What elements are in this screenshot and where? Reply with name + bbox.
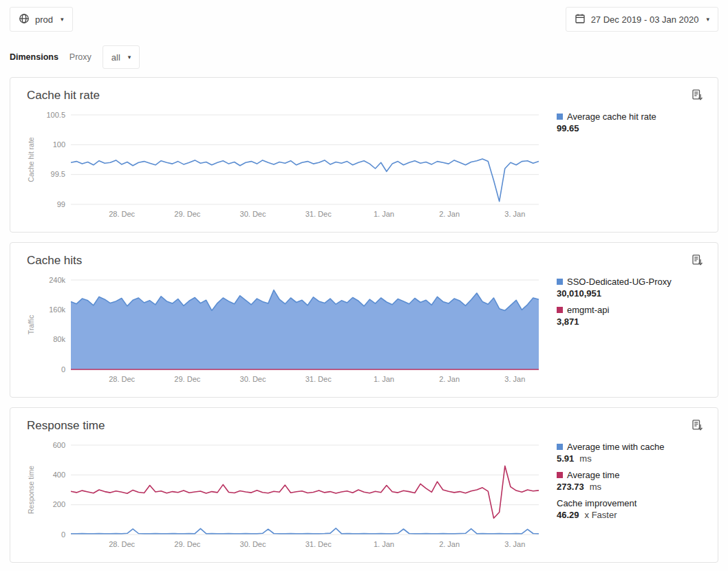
response-time-card: Response time 0200400600Response time28.…	[10, 407, 718, 563]
legend-swatch	[557, 444, 563, 450]
y-axis-title: Traffic	[27, 315, 35, 335]
line-series-Average cache hit rate	[71, 159, 539, 202]
x-tick-label: 1. Jan	[374, 210, 394, 218]
chart-title: Response time	[27, 419, 704, 433]
y-tick-label: 400	[53, 471, 65, 479]
legend-value: 30,010,951	[557, 288, 601, 299]
cache-hits-card: Cache hits 080k160k240kTraffic28. Dec29.…	[10, 242, 718, 398]
x-tick-label: 31. Dec	[306, 540, 332, 548]
x-tick-label: 2. Jan	[439, 540, 460, 548]
legend-label: Cache improvement	[557, 498, 636, 508]
legend-label: emgmt-api	[567, 305, 609, 315]
legend-label: SSO-Dedicated-UG-Proxy	[567, 277, 672, 287]
legend-item: emgmt-api3,871	[557, 304, 704, 327]
x-tick-label: 30. Dec	[240, 210, 266, 218]
environment-dropdown[interactable]: prod ▾	[10, 7, 73, 32]
legend-swatch	[557, 279, 563, 285]
top-toolbar: prod ▾ 27 Dec 2019 - 03 Jan 2020 ▾	[0, 0, 728, 32]
legend-swatch	[557, 114, 563, 120]
x-tick-label: 1. Jan	[374, 375, 394, 383]
x-tick-label: 2. Jan	[439, 375, 460, 383]
response-time-chart: 0200400600Response time28. Dec29. Dec30.…	[16, 438, 546, 554]
legend-label: Average time with cache	[567, 442, 664, 452]
x-tick-label: 3. Jan	[504, 210, 525, 218]
x-tick-label: 31. Dec	[306, 210, 332, 218]
legend-value-suffix: ms	[579, 453, 591, 464]
charts-container: Cache hit rate 9999.5100100.5Cache hit r…	[0, 69, 728, 563]
date-range-label: 27 Dec 2019 - 03 Jan 2020	[591, 14, 699, 25]
chevron-down-icon: ▾	[706, 16, 709, 23]
x-tick-label: 28. Dec	[109, 210, 135, 218]
legend-item: SSO-Dedicated-UG-Proxy30,010,951	[557, 276, 704, 299]
x-tick-label: 30. Dec	[240, 375, 266, 383]
y-tick-label: 240k	[49, 276, 65, 284]
cache-hits-chart: 080k160k240kTraffic28. Dec29. Dec30. Dec…	[16, 273, 546, 389]
line-series-Average time	[71, 466, 539, 518]
globe-icon	[19, 13, 30, 26]
legend-value: 273.73	[557, 482, 584, 492]
y-axis-title: Cache hit rate	[27, 137, 35, 182]
line-series-Average time with cache	[71, 528, 539, 534]
legend-value-suffix: ms	[590, 482, 601, 492]
legend-value: 5.91	[557, 453, 574, 464]
legend-swatch	[557, 307, 563, 313]
x-tick-label: 1. Jan	[374, 540, 394, 548]
legend-value: 3,871	[557, 316, 579, 327]
y-tick-label: 0	[61, 530, 65, 539]
legend-value: 46.29	[557, 510, 579, 520]
cache-hit-rate-chart: 9999.5100100.5Cache hit rate28. Dec29. D…	[16, 108, 546, 224]
legend-item: Average cache hit rate99.65	[557, 111, 704, 134]
date-range-picker[interactable]: 27 Dec 2019 - 03 Jan 2020 ▾	[566, 7, 718, 32]
proxy-filter-value: all	[111, 52, 120, 63]
y-tick-label: 600	[53, 441, 65, 449]
dimensions-bar: Dimensions Proxy all ▾	[0, 32, 728, 69]
x-tick-label: 29. Dec	[174, 375, 200, 383]
x-tick-label: 31. Dec	[306, 375, 332, 383]
legend-swatch	[557, 472, 563, 478]
proxy-filter-dropdown[interactable]: all ▾	[103, 45, 140, 69]
chart-area: 080k160k240kTraffic28. Dec29. Dec30. Dec…	[16, 273, 704, 391]
chart-area: 0200400600Response time28. Dec29. Dec30.…	[16, 438, 704, 557]
x-tick-label: 30. Dec	[240, 540, 266, 548]
y-tick-label: 0	[61, 365, 65, 374]
chevron-down-icon: ▾	[128, 54, 131, 61]
x-tick-label: 28. Dec	[109, 375, 135, 383]
x-tick-label: 3. Jan	[504, 375, 525, 383]
chart-title: Cache hits	[27, 254, 704, 268]
chart-legend: SSO-Dedicated-UG-Proxy30,010,951emgmt-ap…	[557, 276, 704, 332]
legend-item: Cache improvement46.29x Faster	[557, 497, 704, 521]
chart-legend: Average cache hit rate99.65	[557, 111, 704, 139]
y-tick-label: 200	[53, 500, 65, 508]
y-axis-title: Response time	[27, 466, 35, 514]
legend-value: 99.65	[557, 123, 579, 133]
y-tick-label: 100.5	[46, 111, 65, 119]
export-report-icon[interactable]	[691, 419, 704, 435]
cache-hit-rate-card: Cache hit rate 9999.5100100.5Cache hit r…	[10, 77, 718, 233]
legend-label: Average cache hit rate	[567, 111, 656, 122]
dimensions-label: Dimensions	[10, 52, 58, 62]
chart-title: Cache hit rate	[27, 89, 704, 103]
y-tick-label: 80k	[53, 335, 65, 343]
export-report-icon[interactable]	[691, 254, 704, 270]
x-tick-label: 29. Dec	[174, 540, 200, 548]
y-tick-label: 99	[57, 200, 65, 208]
legend-item: Average time with cache5.91ms	[557, 441, 704, 464]
legend-label: Average time	[567, 470, 619, 480]
y-tick-label: 160k	[49, 305, 65, 314]
legend-item: Average time273.73ms	[557, 469, 704, 493]
y-tick-label: 100	[53, 140, 65, 149]
chart-legend: Average time with cache5.91msAverage tim…	[557, 441, 704, 526]
x-tick-label: 29. Dec	[174, 210, 200, 218]
calendar-icon	[575, 13, 586, 26]
y-tick-label: 99.5	[51, 170, 65, 178]
export-report-icon[interactable]	[691, 89, 704, 105]
x-tick-label: 28. Dec	[109, 540, 135, 548]
dimension-proxy-label[interactable]: Proxy	[69, 52, 92, 62]
legend-value-suffix: x Faster	[585, 510, 617, 520]
chevron-down-icon: ▾	[61, 16, 64, 23]
x-tick-label: 2. Jan	[439, 210, 460, 218]
chart-area: 9999.5100100.5Cache hit rate28. Dec29. D…	[16, 108, 704, 226]
environment-label: prod	[35, 14, 53, 25]
x-tick-label: 3. Jan	[504, 540, 525, 548]
